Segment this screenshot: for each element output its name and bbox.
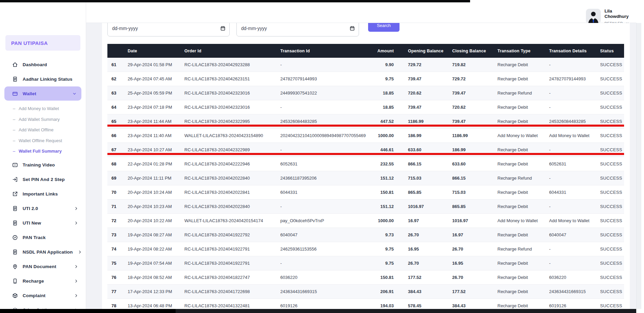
vertical-scrollbar[interactable] bbox=[636, 23, 641, 309]
cell-type: Recharge Debit bbox=[490, 62, 542, 67]
sidebar-item-pan-track[interactable]: PAN Track bbox=[0, 230, 86, 245]
sidebar-subitem-wallet-offline-request[interactable]: –Wallet Offline Request bbox=[0, 135, 86, 146]
sidebar-item-dashboard[interactable]: Dashboard bbox=[0, 57, 86, 72]
cell-txn_id: 6044331 bbox=[280, 190, 371, 195]
cell-txn_id: - bbox=[280, 261, 371, 266]
box-icon bbox=[12, 293, 18, 298]
avatar bbox=[586, 9, 601, 24]
sidebar-nav: DashboardAadhar Linking StatusWallet–Add… bbox=[0, 57, 86, 313]
calendar-icon[interactable] bbox=[220, 26, 226, 31]
cell-order_id: RC-LILAC18763-2024042323016 bbox=[184, 105, 280, 110]
cell-num: 72 bbox=[111, 218, 128, 223]
sidebar-item-uti-new[interactable]: UTI New bbox=[0, 216, 86, 230]
cell-num: 71 bbox=[111, 204, 128, 209]
calendar-icon[interactable] bbox=[350, 26, 355, 31]
cell-opening: 633.60 bbox=[401, 147, 445, 152]
map-pin-icon bbox=[12, 264, 18, 269]
cell-num: 66 bbox=[111, 133, 128, 138]
cell-status: SUCCESS bbox=[593, 289, 622, 294]
sidebar-item-wallet[interactable]: Wallet bbox=[4, 86, 81, 101]
wallet-icon bbox=[12, 91, 18, 97]
window-top-edge bbox=[0, 0, 470, 2]
date-from-input[interactable] bbox=[108, 23, 229, 36]
sidebar-item-pan-document[interactable]: PAN Document bbox=[0, 259, 86, 274]
table-row: 6623-Apr-2024 11:40 AMWALLET-LILAC18763-… bbox=[107, 129, 624, 143]
sidebar-subitem-label: Wallet Full Summary bbox=[19, 149, 61, 154]
top-header: Lila Chowdhury RETAILER LILAC18763 bbox=[86, 2, 636, 23]
brand-name: PAN UTIPAISA bbox=[11, 40, 48, 46]
cell-details: - bbox=[542, 261, 593, 266]
chevron-right-icon bbox=[74, 206, 78, 211]
user-name: Lila Chowdhury bbox=[604, 8, 636, 19]
cell-txn_id: 6052631 bbox=[280, 161, 371, 166]
cell-order_id: RC-LILAC18763-2024042022841 bbox=[184, 190, 280, 195]
cell-date: 13-Apr-2024 06:48 PM bbox=[128, 303, 184, 308]
horizontal-scrollbar-thumb[interactable] bbox=[0, 309, 176, 313]
sidebar-subitem-label: Wallet Offline Request bbox=[19, 138, 62, 143]
dash-bullet: – bbox=[13, 138, 15, 143]
cell-details: 247827079144993 bbox=[542, 76, 593, 81]
column-header-order_id: Order Id bbox=[184, 49, 280, 53]
cell-date: 29-Apr-2024 01:58 PM bbox=[128, 62, 184, 67]
sidebar-subitem-add-money-to-wallet[interactable]: –Add Money to Wallet bbox=[0, 103, 86, 114]
table-row: 6523-Apr-2024 11:44 AMRC-LILAC18763-2024… bbox=[107, 114, 624, 129]
cell-closing: 739.47 bbox=[445, 90, 490, 96]
cell-opening: 186.99 bbox=[401, 133, 445, 138]
compass-icon bbox=[12, 235, 18, 240]
dash-bullet: – bbox=[13, 106, 15, 111]
brand-badge[interactable]: PAN UTIPAISA bbox=[5, 35, 80, 51]
cell-amount: 447.52 bbox=[371, 119, 401, 124]
cell-type: Recharge Debit bbox=[490, 204, 542, 209]
cell-num: 70 bbox=[111, 190, 128, 195]
date-to-input[interactable] bbox=[237, 23, 359, 36]
sidebar-item-important-links[interactable]: Important Links bbox=[0, 187, 86, 201]
cell-status: SUCCESS bbox=[593, 105, 622, 110]
cell-order_id: RC-LILAC18763-2024042322989 bbox=[184, 147, 280, 152]
sidebar-item-recharge[interactable]: Recharge bbox=[0, 274, 86, 288]
cell-date: 23-Apr-2024 11:40 AM bbox=[128, 133, 184, 138]
column-header-details: Transation Details bbox=[542, 49, 593, 53]
cell-date: 19-Apr-2024 07:54 AM bbox=[128, 261, 184, 266]
cell-date: 26-Apr-2024 07:45 AM bbox=[128, 76, 184, 81]
table-row: 6920-Apr-2024 11:11 PMRC-LILAC18763-2024… bbox=[107, 171, 624, 185]
sidebar-subitem-wallet-full-summary[interactable]: –Wallet Full Summary bbox=[0, 146, 86, 157]
cell-opening: 720.62 bbox=[401, 90, 445, 96]
cell-num: 63 bbox=[111, 90, 128, 96]
search-button[interactable]: Search bbox=[368, 23, 400, 32]
sidebar-subitem-add-wallet-offline[interactable]: –Add Wallet Offline bbox=[0, 125, 86, 135]
column-header-closing: Closing Balance bbox=[445, 49, 490, 53]
cell-status: SUCCESS bbox=[593, 204, 622, 209]
sidebar-item-label: Training Video bbox=[23, 162, 55, 167]
sidebar-item-aadhar-linking-status[interactable]: Aadhar Linking Status bbox=[0, 72, 86, 86]
sidebar-item-label: Dashboard bbox=[23, 62, 47, 67]
cell-opening: 1186.99 bbox=[401, 119, 445, 124]
cell-details: 6040047 bbox=[542, 232, 593, 237]
cell-status: SUCCESS bbox=[593, 62, 622, 67]
sidebar-item-training-video[interactable]: Training Video bbox=[0, 158, 86, 172]
cell-amount: 1000.00 bbox=[371, 218, 401, 223]
dash-bullet: – bbox=[13, 149, 15, 154]
column-header-date: Date bbox=[128, 49, 184, 53]
cell-status: SUCCESS bbox=[593, 190, 622, 195]
sidebar-subitem-add-wallet-summary[interactable]: –Add Wallet Summary bbox=[0, 114, 86, 125]
sidebar-item-complaint[interactable]: Complaint bbox=[0, 288, 86, 303]
cell-closing: 739.47 bbox=[445, 119, 490, 124]
sidebar-item-uti-2-0[interactable]: UTI 2.0 bbox=[0, 201, 86, 216]
cell-amount: 151.12 bbox=[371, 176, 401, 181]
cell-status: SUCCESS bbox=[593, 133, 622, 138]
cell-txn_id: pay_O0kdceh5PvTrxP bbox=[280, 218, 371, 223]
cell-order_id: RC-LILAC18763-2024042323016 bbox=[184, 90, 280, 96]
sidebar-item-nsdl-pan-application[interactable]: NSDL PAN Application bbox=[0, 245, 86, 259]
cell-details: - bbox=[542, 176, 593, 181]
cell-date: 23-Apr-2024 11:44 AM bbox=[128, 119, 184, 124]
cell-order_id: WALLET-LILAC18763-20240423154890 bbox=[184, 133, 280, 138]
horizontal-scrollbar[interactable] bbox=[0, 309, 636, 313]
cell-type: Recharge Debit bbox=[490, 105, 542, 110]
cell-amount: 18.85 bbox=[371, 90, 401, 96]
cell-txn_id: 20240423210410000989494987707055469 bbox=[280, 133, 371, 138]
cell-details: 6019126 bbox=[542, 303, 593, 308]
sidebar-item-set-pin-and-2-step[interactable]: Set PIN And 2 Step bbox=[0, 172, 86, 187]
cell-num: 74 bbox=[111, 246, 128, 252]
main-content: Search DateOrder IdTransaction IdAmountO… bbox=[86, 23, 636, 309]
column-header-amount: Amount bbox=[371, 49, 401, 53]
